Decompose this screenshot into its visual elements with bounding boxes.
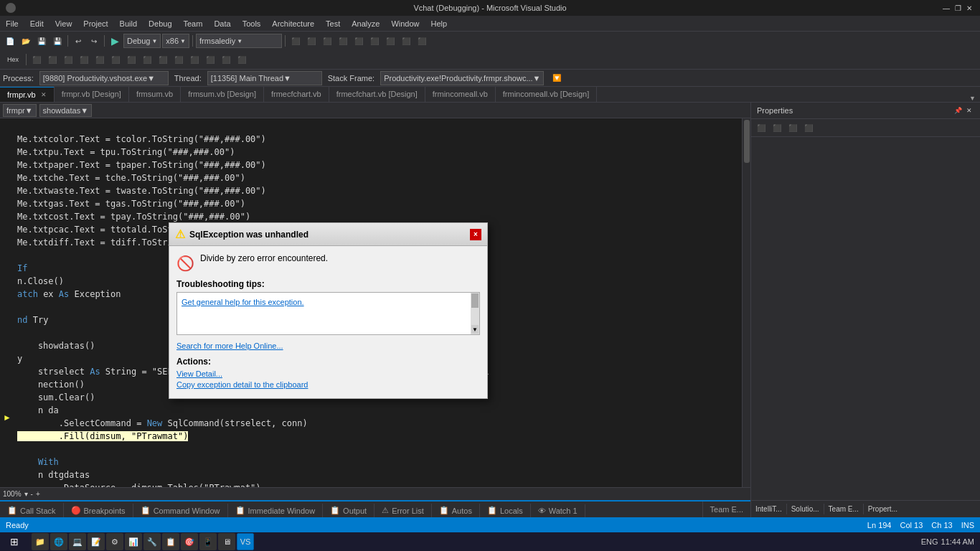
minimize-button[interactable]: — (941, 3, 951, 13)
dbg-btn-4[interactable]: ⬛ (77, 52, 91, 67)
prop-tb-1[interactable]: ⬛ (754, 121, 768, 135)
toolbar-btn-5[interactable]: ⬛ (352, 34, 366, 48)
save-all-button[interactable]: 💾 (50, 34, 65, 48)
redo-button[interactable]: ↪ (87, 34, 101, 48)
tab-overflow-btn[interactable]: ▼ (965, 95, 980, 102)
dbg-btn-7[interactable]: ⬛ (124, 52, 138, 67)
code-scope-dropdown[interactable]: frmpr ▼ (3, 104, 37, 117)
btab-breakpoints[interactable]: 🔴 Breakpoints (64, 504, 133, 517)
restore-button[interactable]: ❐ (953, 3, 963, 13)
right-tab-solutio[interactable]: Solutio... (787, 504, 824, 514)
tab-frmsum[interactable]: frmsum.vb (129, 87, 181, 102)
btab-team[interactable]: Team E... (702, 501, 750, 517)
toolbar-btn-1[interactable]: ⬛ (288, 34, 303, 48)
dbg-btn-10[interactable]: ⬛ (171, 52, 186, 67)
menu-build[interactable]: Build (114, 16, 143, 32)
dbg-btn-12[interactable]: ⬛ (203, 52, 217, 67)
open-file-button[interactable]: 📂 (19, 34, 33, 48)
start-debug-button[interactable]: ▶ (108, 34, 122, 48)
dbg-btn-1[interactable]: ⬛ (29, 52, 44, 67)
dbg-btn-14[interactable]: ⬛ (235, 52, 249, 67)
save-button[interactable]: 💾 (34, 34, 49, 48)
taskbar-app-2[interactable]: 🌐 (50, 533, 67, 550)
tab-frmpr-close[interactable]: ✕ (41, 91, 47, 98)
taskbar-app-10[interactable]: 📱 (199, 533, 217, 550)
toolbar-btn-3[interactable]: ⬛ (320, 34, 334, 48)
btab-autos[interactable]: 📋 Autos (432, 504, 480, 517)
menu-project[interactable]: Project (77, 16, 113, 32)
dbg-btn-5[interactable]: ⬛ (93, 52, 107, 67)
toolbar-btn-8[interactable]: ⬛ (399, 34, 413, 48)
process-dropdown[interactable]: [9880] Productivity.vshost.exe ▼ (39, 71, 169, 85)
zoom-minus[interactable]: - (31, 490, 33, 498)
taskbar-app-8[interactable]: 📋 (162, 533, 179, 550)
tab-frmecfchart[interactable]: frmecfchart.vb (264, 87, 329, 102)
code-member-dropdown[interactable]: showdatas ▼ (39, 104, 92, 117)
new-file-button[interactable]: 📄 (3, 34, 17, 48)
menu-edit[interactable]: Edit (24, 16, 50, 32)
toolbar-btn-9[interactable]: ⬛ (415, 34, 429, 48)
menu-file[interactable]: File (0, 16, 24, 32)
menu-tools[interactable]: Tools (237, 16, 267, 32)
taskbar-app-4[interactable]: 📝 (88, 533, 105, 550)
close-button[interactable]: ✕ (964, 3, 974, 13)
taskbar-app-7[interactable]: 🔧 (143, 533, 161, 550)
taskbar-app-11[interactable]: 🖥 (218, 533, 235, 550)
prop-tb-2[interactable]: ⬛ (770, 121, 784, 135)
dbg-btn-11[interactable]: ⬛ (187, 52, 202, 67)
dialog-search-link[interactable]: Search for more Help Online... (176, 342, 283, 350)
tab-frmincomeall[interactable]: frmincomeall.vb (425, 87, 496, 102)
dialog-close-button[interactable]: × (470, 229, 481, 240)
tab-frmecfchart-design[interactable]: frmecfchart.vb [Design] (329, 87, 425, 102)
btab-output[interactable]: 📋 Output (323, 504, 374, 517)
exception-dialog[interactable]: ⚠ SqlException was unhandled × 🚫 Divide … (169, 222, 488, 399)
btab-errorlist[interactable]: ⚠ Error List (374, 504, 432, 517)
right-tab-teame[interactable]: Team E... (824, 504, 864, 514)
menu-test[interactable]: Test (320, 16, 346, 32)
dialog-action-viewdetail[interactable]: View Detail... (176, 369, 480, 378)
thread-dropdown[interactable]: [11356] Main Thread ▼ (207, 71, 322, 85)
taskbar-app-9[interactable]: 🎯 (181, 533, 198, 550)
tip-scrollbar[interactable]: ▼ (471, 293, 479, 334)
taskbar-app-3[interactable]: 💻 (69, 533, 86, 550)
tab-frmpr[interactable]: frmpr.vb ✕ (0, 87, 55, 102)
btab-locals[interactable]: 📋 Locals (480, 504, 531, 517)
toolbar-btn-6[interactable]: ⬛ (367, 34, 382, 48)
dialog-tip-link[interactable]: Get general help for this exception. (182, 298, 304, 306)
dbg-btn-9[interactable]: ⬛ (156, 52, 170, 67)
tip-scrollbar-down[interactable]: ▼ (471, 325, 479, 334)
btab-immediatewindow[interactable]: 📋 Immediate Window (228, 504, 324, 517)
stack-dropdown[interactable]: Productivity.exe!Productivity.frmpr.show… (380, 71, 544, 85)
dialog-action-copy[interactable]: Copy exception detail to the clipboard (176, 380, 480, 389)
right-tab-intellit[interactable]: IntelliT... (751, 504, 787, 514)
hex-button[interactable]: Hex (3, 52, 23, 67)
taskbar-app-5[interactable]: ⚙ (106, 533, 123, 550)
taskbar-vs-button[interactable]: VS (237, 533, 254, 550)
menu-window[interactable]: Window (385, 16, 425, 32)
start-button[interactable]: ⊞ (0, 532, 29, 551)
menu-analyze[interactable]: Analyze (346, 16, 385, 32)
menu-data[interactable]: Data (208, 16, 236, 32)
dbg-btn-2[interactable]: ⬛ (45, 52, 60, 67)
dbg-btn-6[interactable]: ⬛ (108, 52, 123, 67)
prop-tb-3[interactable]: ⬛ (786, 121, 800, 135)
prop-tb-4[interactable]: ⬛ (801, 121, 816, 135)
menu-view[interactable]: View (50, 16, 78, 32)
menu-team[interactable]: Team (178, 16, 209, 32)
btab-commandwindow[interactable]: 📋 Command Window (133, 504, 228, 517)
config-dropdown[interactable]: Debug ▼ (123, 34, 161, 48)
editor-scrollbar[interactable] (742, 118, 750, 487)
taskbar-app-1[interactable]: 📁 (32, 533, 49, 550)
dbg-btn-8[interactable]: ⬛ (140, 52, 154, 67)
toolbar-btn-4[interactable]: ⬛ (336, 34, 350, 48)
right-tab-propert[interactable]: Propert... (864, 504, 902, 514)
zoom-plus[interactable]: + (36, 490, 40, 498)
prop-pin-btn[interactable]: 📌 (953, 105, 963, 116)
target-dropdown[interactable]: frmsalediy ▼ (196, 34, 282, 48)
toolbar-btn-7[interactable]: ⬛ (383, 34, 397, 48)
menu-help[interactable]: Help (425, 16, 453, 32)
prop-close-btn[interactable]: ✕ (964, 105, 974, 116)
tab-frmincomeall-design[interactable]: frmincomeall.vb [Design] (496, 87, 597, 102)
tab-frmsum-design[interactable]: frmsum.vb [Design] (181, 87, 264, 102)
btab-callstack[interactable]: 📋 Call Stack (0, 502, 64, 517)
